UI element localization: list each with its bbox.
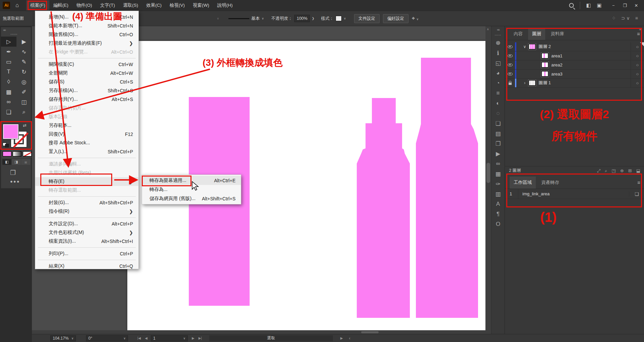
file-menu-item[interactable] [38, 196, 136, 197]
menubar-item[interactable]: 選取(S) [119, 0, 142, 10]
file-menu-item[interactable]: 在 Bridge 中瀏覽...Alt+Ctrl+O❯ [35, 48, 138, 56]
prev-artboard-button[interactable]: ◀ [145, 336, 147, 340]
file-menu-item[interactable]: 新增(N)...Ctrl+N❯ [35, 13, 138, 21]
file-menu-item[interactable]: 檔案資訊(I)...Alt+Shift+Ctrl+I❯ [35, 237, 138, 246]
draw-behind-button[interactable]: ◨ [12, 159, 21, 165]
draw-inside-button[interactable]: ◙ [21, 159, 30, 165]
tool-button[interactable]: ✐ [16, 87, 32, 97]
document-arrange-icon[interactable]: ▣ [597, 2, 602, 8]
tool-button[interactable]: ▷ [1, 37, 16, 47]
layer-name[interactable]: area3 [551, 71, 631, 77]
panel-icon[interactable]: ◔ [496, 78, 500, 88]
layer-row[interactable]: › 圖層 1 ○ [505, 79, 644, 88]
restore-button[interactable]: ❐ [619, 0, 631, 10]
panel-icon[interactable]: ☸ [496, 38, 501, 48]
artboard-row[interactable]: 1 img_link_area ❏ [505, 189, 644, 199]
file-menu-item[interactable]: 從範本新增(T)...Shift+Ctrl+N❯ [35, 21, 138, 30]
panel-tab[interactable]: 圖層 [528, 28, 545, 40]
file-menu-item[interactable]: 回復(V)F12❯ [35, 130, 138, 139]
artboard-name[interactable]: img_link_area [518, 191, 629, 196]
tool-button[interactable]: ⌕ [16, 107, 32, 117]
grid-snap-icon[interactable]: ⁘ [612, 15, 616, 21]
file-menu-item[interactable]: 邀請參與編輯...❯ [35, 160, 138, 168]
swap-fill-stroke-icon[interactable]: ⇄ [23, 123, 27, 128]
toolbar-grip[interactable]: ▪▪▪▪▪ [10, 33, 17, 36]
layer-row[interactable]: area2 ○ [505, 60, 644, 69]
layer-name[interactable]: area2 [551, 62, 631, 67]
panel-icon[interactable]: ▤ [495, 129, 501, 139]
layer-row[interactable]: area1 ○ [505, 51, 644, 60]
panel-icon[interactable]: ❏ [496, 118, 501, 129]
scroll-up-icon[interactable]: ∧ [487, 28, 489, 31]
layer-target-circle[interactable]: ○ [631, 79, 644, 87]
snap-options-icon[interactable]: ⊃ ∨ [621, 15, 630, 21]
export-submenu-item[interactable]: 儲存為網頁用 (舊版)...Alt+Shift+Ctrl+S [142, 194, 241, 203]
last-artboard-button[interactable]: ▶| [199, 336, 202, 340]
panel-icon[interactable]: ≡ [497, 88, 500, 98]
file-menu-item[interactable]: 轉存(E)❯ [35, 177, 138, 186]
file-menu-item[interactable]: 封裝(G)...Alt+Shift+Ctrl+P❯ [35, 198, 138, 207]
panel-icon[interactable]: ℹ [497, 48, 499, 58]
menubar-item[interactable]: 編輯(E) [49, 0, 73, 10]
layer-row[interactable]: area3 ○ [505, 69, 644, 79]
panel-tab[interactable]: 內容 [510, 28, 527, 40]
color-button[interactable] [2, 151, 12, 157]
panel-icon[interactable]: ✑ [496, 179, 500, 189]
file-menu-item[interactable]: 另存新檔(A)...Shift+Ctrl+S❯ [35, 86, 138, 95]
rotation-select[interactable]: 0°∨ [86, 335, 128, 341]
file-menu-item[interactable]: 指令檔(R)❯ [35, 207, 138, 216]
file-menu-item[interactable]: 文件色彩模式(M)❯ [35, 228, 138, 237]
panel-icon[interactable]: A [496, 199, 500, 209]
file-menu-item[interactable]: 搜尋 Adobe Stock...❯ [35, 139, 138, 147]
panel-icon[interactable]: ¶ [497, 209, 500, 219]
none-button[interactable] [23, 151, 32, 157]
next-artboard-button[interactable]: ▶ [192, 336, 195, 340]
layers-footer-icon[interactable]: ⬓ [636, 168, 640, 174]
panel-tab[interactable]: 工作區域 [510, 177, 536, 189]
search-icon[interactable] [569, 3, 574, 8]
status-play-icon[interactable]: ▶ [340, 336, 343, 340]
layer-thumbnail[interactable] [528, 44, 536, 50]
panel-list-icon[interactable]: ≡ [635, 15, 638, 21]
file-menu-item[interactable]: 儲存拷貝(Y)...Alt+Ctrl+S❯ [35, 95, 138, 104]
status-back-icon[interactable]: ‹ [349, 336, 350, 341]
tool-button[interactable]: ↻ [16, 67, 32, 77]
tool-button[interactable]: ∞ [1, 97, 16, 107]
panel-icon[interactable]: ◕ [496, 68, 500, 78]
file-menu-item[interactable] [38, 158, 136, 158]
menubar-item[interactable]: 物件(O) [73, 0, 96, 10]
tool-button[interactable]: ✒ [1, 47, 16, 57]
opacity-input[interactable]: 100% [294, 15, 310, 22]
fill-dropdown-chevron[interactable]: ∨ [217, 17, 219, 20]
document-setup-button[interactable]: 文件設定 [354, 14, 380, 23]
edit-toolbar-dots[interactable]: ●●● [10, 179, 20, 184]
opacity-more-chevron[interactable]: ❯ [312, 17, 314, 20]
layer-target-circle[interactable]: ○ [631, 60, 644, 69]
style-chevron[interactable]: ∨ [344, 17, 346, 20]
first-artboard-button[interactable]: |◀ [137, 336, 141, 340]
file-menu-item[interactable]: 結束(X)Ctrl+Q❯ [35, 262, 138, 271]
panel-icon[interactable]: ◱ [495, 58, 501, 68]
file-menu-item[interactable]: 轉存選取範圍...❯ [35, 186, 138, 195]
horizontal-scrollbar[interactable] [32, 330, 485, 334]
tool-button[interactable]: ▩ [1, 87, 16, 97]
panel-icon[interactable]: ▥ [495, 189, 501, 199]
draw-normal-button[interactable]: ◧ [2, 159, 11, 165]
tool-button[interactable]: ✎ [16, 57, 32, 67]
tool-button[interactable]: ▭ [1, 57, 16, 67]
file-menu-item[interactable]: 版本記錄❯ [35, 112, 138, 121]
screen-mode-icon[interactable]: ❐ [10, 169, 16, 177]
layer-name[interactable]: 圖層 2 [539, 44, 631, 50]
panel-icon[interactable]: ◌ [496, 108, 500, 118]
file-menu-item[interactable]: 關閉檔案(C)Ctrl+W❯ [35, 60, 138, 69]
layer-name[interactable]: area1 [551, 53, 631, 58]
tool-button[interactable]: ◫ [16, 97, 32, 107]
panel-icon[interactable]: ▦ [495, 169, 501, 179]
stroke-style-value[interactable]: 基本 [251, 16, 260, 21]
panel-tab[interactable]: 資料庫 [547, 28, 568, 40]
shape-spray-bottle[interactable] [357, 98, 410, 318]
file-menu-item[interactable] [38, 58, 136, 58]
shape-bottle[interactable] [416, 58, 478, 318]
menubar-item[interactable]: 效果(C) [142, 0, 166, 10]
layers-footer-icon[interactable]: ⊕ [620, 168, 624, 174]
